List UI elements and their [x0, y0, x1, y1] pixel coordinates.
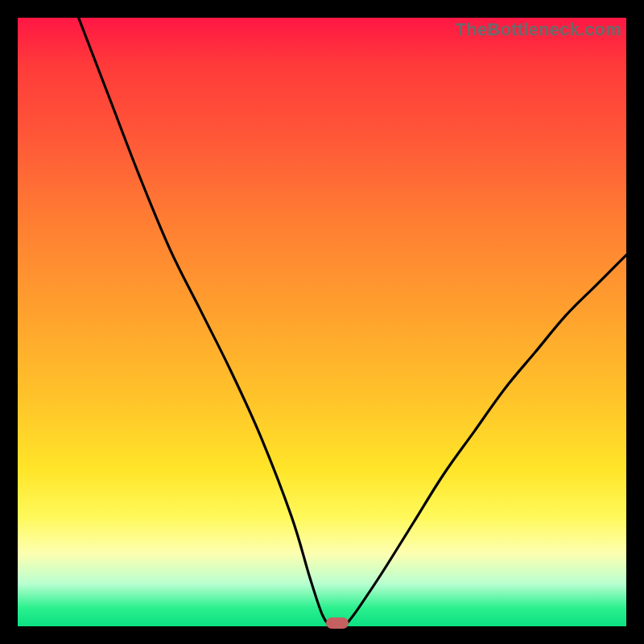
- chart-frame: TheBottleneck.com: [0, 0, 644, 644]
- plot-area: TheBottleneck.com: [18, 18, 626, 626]
- bottleneck-curve: [18, 18, 626, 626]
- curve-path: [79, 18, 626, 626]
- optimum-marker: [326, 617, 349, 629]
